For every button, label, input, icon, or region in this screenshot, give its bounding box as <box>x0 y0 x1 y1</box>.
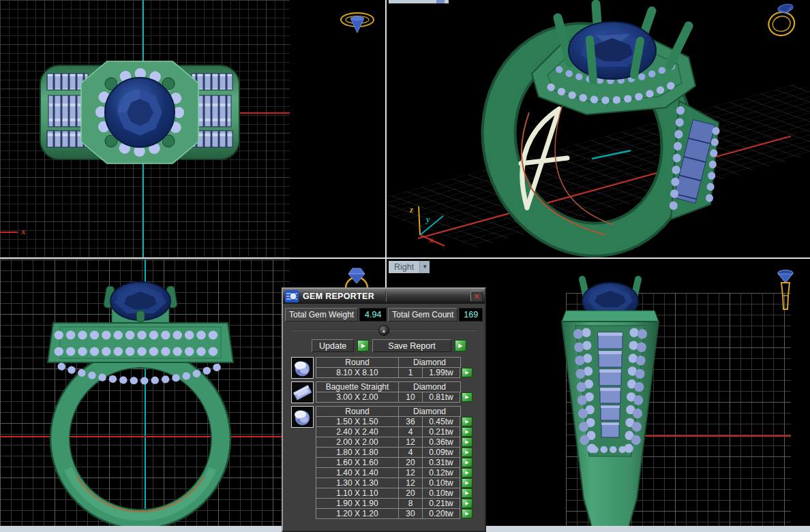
totals-row: Total Gem Weight 4.94 Total Gem Count 16… <box>285 308 483 322</box>
gem-weight-cell: 0.45tw <box>422 416 460 427</box>
gem-size-cell: 3.00 X 2.00 <box>316 392 399 403</box>
save-report-run-icon[interactable]: ▶ <box>455 340 466 351</box>
ring-orientation-perspective-icon <box>765 1 798 38</box>
view-name-label: Right <box>389 261 419 273</box>
right-view-dropdown[interactable]: Right ▼ <box>389 261 430 273</box>
gem-shape-cell: Round <box>316 406 399 417</box>
gem-reporter-panel: GEM REPORTER ✕ Total Gem Weight 4.94 Tot… <box>282 287 486 532</box>
ring-top-view <box>39 59 241 166</box>
gem-row-expand-button[interactable]: ▶ <box>462 458 472 467</box>
x-axis-tick <box>0 232 18 233</box>
gem-row-expand-button[interactable]: ▶ <box>462 417 472 426</box>
gem-size-cell: 2.00 X 2.00 <box>316 437 399 448</box>
gem-row: 1.20 X 1.20300.20tw▶ <box>316 508 485 519</box>
gem-shape-cell: Round <box>316 357 399 368</box>
viewport-perspective[interactable]: z y x <box>387 0 810 257</box>
viewport-divider-horizontal[interactable] <box>0 257 810 259</box>
gem-row-expand-button[interactable]: ▶ <box>462 448 472 457</box>
ring-orientation-top-icon <box>340 8 375 35</box>
x-axis-label: x <box>21 226 26 237</box>
update-button[interactable]: Update <box>312 339 354 352</box>
collapse-button[interactable]: ▲ <box>378 325 389 336</box>
gem-count-cell: 36 <box>398 416 423 427</box>
gem-row-expand-button[interactable]: ▶ <box>462 499 472 508</box>
gem-row-expand-button[interactable]: ▶ <box>462 468 472 478</box>
gem-group: RoundDiamond1.50 X 1.50360.45tw▶2.40 X 2… <box>290 406 485 519</box>
gem-reporter-titlebar[interactable]: GEM REPORTER ✕ <box>283 289 485 304</box>
chevron-down-icon[interactable]: ▼ <box>419 261 430 273</box>
gem-row-expand-button[interactable]: ▶ <box>462 488 472 498</box>
gem-row: 1.10 X 1.10200.10tw▶ <box>316 488 485 499</box>
gem-group: RoundDiamond8.10 X 8.1011.99tw▶ <box>290 357 485 379</box>
gem-row-expand-button[interactable]: ▶ <box>462 427 472 437</box>
gem-row-expand-button[interactable]: ▶ <box>462 509 472 518</box>
gem-count-cell: 12 <box>398 478 423 488</box>
gem-row: 8.10 X 8.1011.99tw▶ <box>316 367 485 378</box>
round-gem-icon <box>291 357 314 379</box>
gem-count-cell: 12 <box>398 437 423 448</box>
gem-row-expand-button[interactable]: ▶ <box>462 437 472 447</box>
gem-size-cell: 1.40 X 1.40 <box>316 467 399 478</box>
gem-weight-cell: 0.36tw <box>422 437 460 448</box>
gem-reporter-icon <box>285 290 299 302</box>
gem-material-cell: Diamond <box>398 381 461 392</box>
gem-group-header: Baguette StraightDiamond <box>316 381 485 392</box>
gem-size-cell: 1.90 X 1.90 <box>316 498 399 509</box>
gem-weight-cell: 0.81tw <box>422 392 460 403</box>
save-report-button[interactable]: Save Report <box>372 339 451 352</box>
gem-count-cell: 20 <box>398 457 423 468</box>
ring-orientation-right-icon <box>773 264 798 313</box>
titlebar-divider <box>385 291 387 302</box>
gem-row: 1.50 X 1.50360.45tw▶ <box>316 416 485 427</box>
update-run-icon[interactable]: ▶ <box>357 340 369 351</box>
gem-material-cell: Diamond <box>398 357 461 368</box>
gem-count-cell: 4 <box>398 426 423 437</box>
gem-shape-cell: Baguette Straight <box>316 381 399 392</box>
gem-row-expand-button[interactable]: ▶ <box>462 368 472 377</box>
ring-perspective-view <box>387 0 810 257</box>
total-gem-count-value: 169 <box>459 308 483 322</box>
gem-count-cell: 8 <box>398 498 423 509</box>
gem-count-cell: 20 <box>398 488 423 499</box>
x-axis-line <box>235 112 290 114</box>
gem-row-expand-button[interactable]: ▶ <box>462 392 472 402</box>
gem-size-cell: 1.20 X 1.20 <box>316 508 399 519</box>
gem-row: 1.90 X 1.9080.21tw▶ <box>316 498 485 509</box>
gem-table: RoundDiamond8.10 X 8.1011.99tw▶Baguette … <box>290 357 485 519</box>
gem-group: Baguette StraightDiamond3.00 X 2.00100.8… <box>290 381 485 404</box>
gem-group-header: RoundDiamond <box>316 406 485 417</box>
gem-row-expand-button[interactable]: ▶ <box>462 478 472 488</box>
gem-row: 2.00 X 2.00120.36tw▶ <box>316 437 485 448</box>
gem-size-cell: 1.80 X 1.80 <box>316 447 399 458</box>
gem-count-cell: 1 <box>398 367 423 378</box>
gem-size-cell: 2.40 X 2.40 <box>316 426 399 437</box>
panel-title: GEM REPORTER <box>303 292 374 301</box>
gem-row: 1.80 X 1.8040.09tw▶ <box>316 447 485 458</box>
gem-count-cell: 12 <box>398 467 423 478</box>
gem-material-cell: Diamond <box>398 406 461 417</box>
gem-row: 1.60 X 1.60200.31tw▶ <box>316 457 485 468</box>
round-gem-icon <box>291 406 314 428</box>
x-axis-line <box>640 435 791 437</box>
gem-row: 2.40 X 2.4040.21tw▶ <box>316 426 485 437</box>
total-gem-count-label: Total Gem Count <box>388 308 457 322</box>
gem-weight-cell: 0.10tw <box>422 478 460 488</box>
close-icon[interactable]: ✕ <box>470 291 483 302</box>
ring-right-view <box>559 274 661 531</box>
total-gem-weight-value: 4.94 <box>359 308 387 322</box>
gem-count-cell: 4 <box>398 447 423 458</box>
gem-group-header: RoundDiamond <box>316 357 485 368</box>
jewelry-cad-workspace: x <box>0 0 810 532</box>
gem-count-cell: 10 <box>398 392 423 403</box>
gem-weight-cell: 0.09tw <box>422 447 460 458</box>
gem-row: 1.30 X 1.30120.10tw▶ <box>316 478 485 488</box>
gem-size-cell: 1.50 X 1.50 <box>316 416 399 427</box>
baguette-gem-icon <box>291 381 314 403</box>
viewport-top-left[interactable]: x <box>0 0 386 257</box>
gem-weight-cell: 0.12tw <box>422 467 460 478</box>
gem-size-cell: 8.10 X 8.10 <box>316 367 399 378</box>
ring-front-view <box>41 275 240 529</box>
gem-weight-cell: 0.10tw <box>422 488 460 499</box>
gem-weight-cell: 1.99tw <box>422 367 460 378</box>
perspective-view-dropdown[interactable] <box>389 0 449 3</box>
